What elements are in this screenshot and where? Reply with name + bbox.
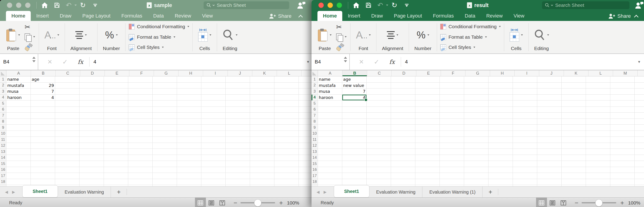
cell-K4[interactable] xyxy=(562,95,586,101)
cell-J8[interactable] xyxy=(537,119,562,125)
cell-J11[interactable] xyxy=(226,137,250,143)
cell-K15[interactable] xyxy=(250,161,274,167)
cell-B12[interactable] xyxy=(31,143,55,149)
cell-G15[interactable] xyxy=(152,161,177,167)
cell-G4[interactable] xyxy=(152,95,177,101)
cell-E17[interactable] xyxy=(104,173,128,179)
cell-K14[interactable] xyxy=(562,155,586,161)
cell-D12[interactable] xyxy=(391,143,415,149)
column-header-L[interactable]: L xyxy=(588,70,613,76)
cell-A13[interactable] xyxy=(6,149,31,155)
cell-I9[interactable] xyxy=(513,125,537,131)
cell-D13[interactable] xyxy=(391,149,415,155)
row-header-17[interactable]: 17 xyxy=(312,173,318,179)
row-header-14[interactable]: 14 xyxy=(0,155,6,161)
cell-B7[interactable] xyxy=(342,113,367,119)
tab-home[interactable]: Home xyxy=(6,11,31,21)
cell-F8[interactable] xyxy=(440,119,464,125)
cell-J5[interactable] xyxy=(226,101,250,107)
cell-L12[interactable] xyxy=(274,143,299,149)
number-dropdown-icon[interactable] xyxy=(116,34,118,36)
cell-F15[interactable] xyxy=(128,161,152,167)
row-header-16[interactable]: 16 xyxy=(0,167,6,173)
cell-G15[interactable] xyxy=(464,161,488,167)
zoom-slider[interactable] xyxy=(582,202,616,203)
cell-M17[interactable] xyxy=(610,173,635,179)
cell-C18[interactable] xyxy=(367,179,391,185)
add-sheet-button[interactable]: + xyxy=(111,189,126,196)
cell-C16[interactable] xyxy=(55,167,80,173)
cell-A8[interactable] xyxy=(6,119,31,125)
cell-H1[interactable] xyxy=(488,76,513,83)
sheet-tab-evaluation-warning[interactable]: Evaluation Warning xyxy=(58,187,111,198)
editing-button[interactable]: Editing xyxy=(219,21,241,53)
cell-L15[interactable] xyxy=(586,161,610,167)
cell-L16[interactable] xyxy=(274,167,299,173)
number-button[interactable]: % Number xyxy=(100,21,123,53)
cell-K14[interactable] xyxy=(250,155,274,161)
cell-I1[interactable] xyxy=(513,76,537,83)
cell-H13[interactable] xyxy=(488,149,513,155)
cell-X15[interactable] xyxy=(635,161,644,167)
cell-E3[interactable] xyxy=(104,88,128,95)
cell-G8[interactable] xyxy=(464,119,488,125)
cell-H13[interactable] xyxy=(177,149,201,155)
cell-H18[interactable] xyxy=(488,179,513,185)
row-header-18[interactable]: 18 xyxy=(312,179,318,185)
cell-F6[interactable] xyxy=(128,107,152,113)
cell-A16[interactable] xyxy=(6,167,31,173)
cell-E13[interactable] xyxy=(415,149,440,155)
cell-E10[interactable] xyxy=(415,131,440,137)
cell-F18[interactable] xyxy=(128,179,152,185)
cell-X1[interactable] xyxy=(635,76,644,83)
cell-J14[interactable] xyxy=(226,155,250,161)
cell-X13[interactable] xyxy=(635,149,644,155)
cell-F5[interactable] xyxy=(128,101,152,107)
cell-C15[interactable] xyxy=(55,161,80,167)
column-header-A[interactable]: A xyxy=(6,70,31,76)
cell-E11[interactable] xyxy=(415,137,440,143)
column-header-overflow[interactable] xyxy=(638,70,644,76)
column-header-H[interactable]: H xyxy=(178,70,203,76)
cell-A7[interactable] xyxy=(318,113,342,119)
cell-E3[interactable] xyxy=(415,88,440,95)
cell-M10[interactable] xyxy=(610,131,635,137)
cell-C2[interactable] xyxy=(367,83,391,89)
cell-B10[interactable] xyxy=(31,131,55,137)
cell-C8[interactable] xyxy=(55,119,80,125)
cell-D17[interactable] xyxy=(391,173,415,179)
tab-formulas[interactable]: Formulas xyxy=(116,11,148,21)
cell-H9[interactable] xyxy=(177,125,201,131)
cell-E14[interactable] xyxy=(104,155,128,161)
cell-K10[interactable] xyxy=(562,131,586,137)
cell-K13[interactable] xyxy=(250,149,274,155)
cell-I7[interactable] xyxy=(513,113,537,119)
cell-E16[interactable] xyxy=(415,167,440,173)
cell-X18[interactable] xyxy=(635,179,644,185)
cell-H12[interactable] xyxy=(488,143,513,149)
column-header-F[interactable]: F xyxy=(441,70,466,76)
cell-J1[interactable] xyxy=(537,76,562,83)
cell-X9[interactable] xyxy=(635,125,644,131)
cell-F3[interactable] xyxy=(128,88,152,95)
cell-L8[interactable] xyxy=(274,119,299,125)
normal-view-button[interactable] xyxy=(195,198,206,207)
cell-D15[interactable] xyxy=(80,161,104,167)
cell-A17[interactable] xyxy=(6,173,31,179)
cell-G12[interactable] xyxy=(152,143,177,149)
cell-styles-button[interactable]: Cell Styles xyxy=(440,44,500,50)
column-header-C[interactable]: C xyxy=(56,70,80,76)
row-header-5[interactable]: 5 xyxy=(0,101,6,107)
cell-I11[interactable] xyxy=(513,137,537,143)
cell-M7[interactable] xyxy=(610,113,635,119)
cell-J4[interactable] xyxy=(226,95,250,101)
cell-E11[interactable] xyxy=(104,137,128,143)
tab-draw[interactable]: Draw xyxy=(54,11,77,21)
cell-H16[interactable] xyxy=(488,167,513,173)
cell-B5[interactable] xyxy=(342,101,367,107)
cell-C3[interactable] xyxy=(367,88,391,95)
cell-X17[interactable] xyxy=(635,173,644,179)
cell-J7[interactable] xyxy=(537,113,562,119)
cell-J9[interactable] xyxy=(537,125,562,131)
cell-C1[interactable] xyxy=(55,76,80,83)
